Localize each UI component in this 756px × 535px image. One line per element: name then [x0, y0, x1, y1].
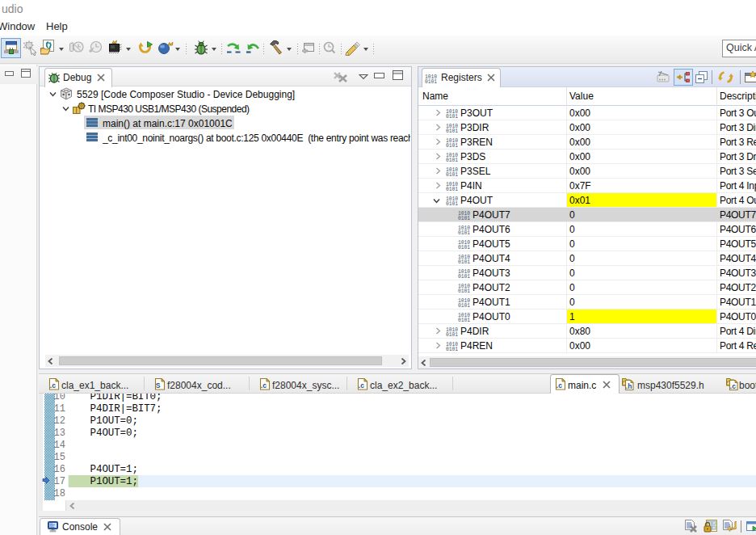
svg-text:.h: .h — [626, 382, 632, 390]
svg-text:0101: 0101 — [458, 318, 470, 322]
svg-text:0101: 0101 — [458, 245, 470, 250]
svg-text:0101: 0101 — [446, 128, 458, 133]
svg-text:.c: .c — [359, 381, 364, 390]
svg-text:0101: 0101 — [446, 201, 458, 206]
svg-text:0101: 0101 — [458, 230, 470, 235]
svg-text:0101: 0101 — [446, 347, 458, 352]
svg-text:0101: 0101 — [458, 274, 470, 279]
svg-text:0101: 0101 — [458, 303, 470, 308]
svg-text:.c: .c — [730, 382, 736, 390]
svg-text:.c: .c — [556, 381, 562, 390]
svg-text:0101: 0101 — [458, 289, 470, 293]
svg-text:0101: 0101 — [446, 187, 458, 192]
svg-text:0101: 0101 — [458, 216, 470, 221]
svg-text:.c: .c — [50, 381, 56, 390]
svg-text:.c: .c — [261, 381, 267, 390]
svg-text:0101: 0101 — [446, 143, 458, 148]
svg-text:S: S — [156, 381, 161, 390]
svg-text:0101: 0101 — [446, 332, 458, 337]
svg-text:0101: 0101 — [425, 79, 437, 84]
svg-text:0101: 0101 — [446, 158, 458, 162]
svg-text:0101: 0101 — [458, 259, 470, 264]
svg-text:0101: 0101 — [446, 172, 458, 177]
svg-text:0101: 0101 — [446, 114, 458, 119]
